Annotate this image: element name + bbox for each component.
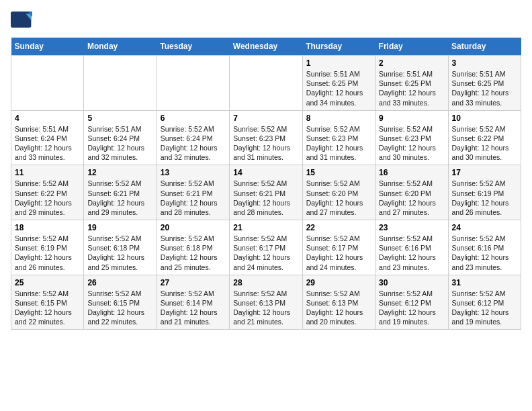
day-info: Sunrise: 5:52 AMSunset: 6:20 PMDaylight:… <box>306 179 371 217</box>
day-info: Sunrise: 5:52 AMSunset: 6:15 PMDaylight:… <box>15 289 80 327</box>
calendar-cell: 24Sunrise: 5:52 AMSunset: 6:16 PMDayligh… <box>448 220 521 275</box>
day-info: Sunrise: 5:51 AMSunset: 6:25 PMDaylight:… <box>306 69 371 107</box>
calendar-cell: 7Sunrise: 5:52 AMSunset: 6:23 PMDaylight… <box>230 110 302 165</box>
day-number: 27 <box>161 278 226 287</box>
day-number: 12 <box>87 168 152 177</box>
calendar-cell <box>11 56 84 111</box>
calendar-table: SundayMondayTuesdayWednesdayThursdayFrid… <box>11 38 521 330</box>
day-number: 15 <box>306 168 371 177</box>
calendar-cell: 11Sunrise: 5:52 AMSunset: 6:22 PMDayligh… <box>11 165 84 220</box>
calendar-cell: 9Sunrise: 5:52 AMSunset: 6:23 PMDaylight… <box>375 110 448 165</box>
calendar-cell: 23Sunrise: 5:52 AMSunset: 6:16 PMDayligh… <box>375 220 448 275</box>
day-number: 9 <box>379 113 444 123</box>
day-info: Sunrise: 5:51 AMSunset: 6:25 PMDaylight:… <box>452 69 517 107</box>
day-info: Sunrise: 5:52 AMSunset: 6:19 PMDaylight:… <box>452 179 517 217</box>
day-number: 23 <box>379 223 444 232</box>
calendar-cell: 17Sunrise: 5:52 AMSunset: 6:19 PMDayligh… <box>448 165 521 220</box>
day-number: 3 <box>452 58 517 68</box>
day-number: 25 <box>15 278 80 287</box>
calendar-cell <box>84 56 157 111</box>
day-number: 19 <box>87 223 152 232</box>
day-number: 28 <box>233 278 298 287</box>
day-number: 16 <box>379 168 444 177</box>
day-number: 21 <box>233 223 298 232</box>
day-info: Sunrise: 5:52 AMSunset: 6:23 PMDaylight:… <box>233 124 298 163</box>
calendar-cell: 15Sunrise: 5:52 AMSunset: 6:20 PMDayligh… <box>302 165 375 220</box>
calendar-header-tuesday: Tuesday <box>157 38 229 56</box>
calendar-header-thursday: Thursday <box>302 38 375 56</box>
day-number: 8 <box>306 113 371 123</box>
calendar-cell: 5Sunrise: 5:51 AMSunset: 6:24 PMDaylight… <box>84 110 157 165</box>
day-number: 20 <box>161 223 226 232</box>
day-info: Sunrise: 5:51 AMSunset: 6:25 PMDaylight:… <box>379 69 444 107</box>
calendar-cell: 27Sunrise: 5:52 AMSunset: 6:14 PMDayligh… <box>157 275 229 330</box>
calendar-cell: 12Sunrise: 5:52 AMSunset: 6:21 PMDayligh… <box>84 165 157 220</box>
day-number: 24 <box>452 223 517 232</box>
day-info: Sunrise: 5:52 AMSunset: 6:18 PMDaylight:… <box>161 234 226 272</box>
calendar-week-5: 25Sunrise: 5:52 AMSunset: 6:15 PMDayligh… <box>11 275 521 330</box>
day-info: Sunrise: 5:52 AMSunset: 6:17 PMDaylight:… <box>233 234 298 272</box>
day-info: Sunrise: 5:51 AMSunset: 6:24 PMDaylight:… <box>15 124 80 163</box>
day-info: Sunrise: 5:52 AMSunset: 6:12 PMDaylight:… <box>379 289 444 327</box>
calendar-cell: 18Sunrise: 5:52 AMSunset: 6:19 PMDayligh… <box>11 220 84 275</box>
day-info: Sunrise: 5:52 AMSunset: 6:12 PMDaylight:… <box>452 289 517 327</box>
day-info: Sunrise: 5:52 AMSunset: 6:22 PMDaylight:… <box>15 179 80 217</box>
calendar-cell: 6Sunrise: 5:52 AMSunset: 6:24 PMDaylight… <box>157 110 229 165</box>
calendar-week-2: 4Sunrise: 5:51 AMSunset: 6:24 PMDaylight… <box>11 110 521 165</box>
calendar-header-friday: Friday <box>375 38 448 56</box>
day-info: Sunrise: 5:52 AMSunset: 6:17 PMDaylight:… <box>306 234 371 272</box>
calendar-cell: 29Sunrise: 5:52 AMSunset: 6:13 PMDayligh… <box>302 275 375 330</box>
calendar-header-sunday: Sunday <box>11 38 84 56</box>
day-number: 11 <box>15 168 80 177</box>
calendar-cell: 13Sunrise: 5:52 AMSunset: 6:21 PMDayligh… <box>157 165 229 220</box>
day-number: 13 <box>161 168 226 177</box>
calendar-cell: 4Sunrise: 5:51 AMSunset: 6:24 PMDaylight… <box>11 110 84 165</box>
day-info: Sunrise: 5:52 AMSunset: 6:23 PMDaylight:… <box>379 124 444 163</box>
calendar-header-row: SundayMondayTuesdayWednesdayThursdayFrid… <box>11 38 521 56</box>
logo <box>11 11 35 30</box>
calendar-header-monday: Monday <box>84 38 157 56</box>
calendar-cell: 28Sunrise: 5:52 AMSunset: 6:13 PMDayligh… <box>230 275 302 330</box>
calendar-cell <box>230 56 302 111</box>
calendar-week-1: 1Sunrise: 5:51 AMSunset: 6:25 PMDaylight… <box>11 56 521 111</box>
day-number: 22 <box>306 223 371 232</box>
day-number: 18 <box>15 223 80 232</box>
calendar-cell: 16Sunrise: 5:52 AMSunset: 6:20 PMDayligh… <box>375 165 448 220</box>
calendar-cell: 2Sunrise: 5:51 AMSunset: 6:25 PMDaylight… <box>375 56 448 111</box>
calendar-cell: 8Sunrise: 5:52 AMSunset: 6:23 PMDaylight… <box>302 110 375 165</box>
day-info: Sunrise: 5:52 AMSunset: 6:21 PMDaylight:… <box>161 179 226 217</box>
calendar-header-wednesday: Wednesday <box>230 38 302 56</box>
day-number: 1 <box>306 58 371 68</box>
day-info: Sunrise: 5:52 AMSunset: 6:21 PMDaylight:… <box>233 179 298 217</box>
day-number: 4 <box>15 113 80 123</box>
day-info: Sunrise: 5:52 AMSunset: 6:16 PMDaylight:… <box>379 234 444 272</box>
calendar-week-4: 18Sunrise: 5:52 AMSunset: 6:19 PMDayligh… <box>11 220 521 275</box>
day-info: Sunrise: 5:52 AMSunset: 6:13 PMDaylight:… <box>233 289 298 327</box>
calendar-cell: 30Sunrise: 5:52 AMSunset: 6:12 PMDayligh… <box>375 275 448 330</box>
day-number: 2 <box>379 58 444 68</box>
day-info: Sunrise: 5:52 AMSunset: 6:14 PMDaylight:… <box>161 289 226 327</box>
calendar-cell: 14Sunrise: 5:52 AMSunset: 6:21 PMDayligh… <box>230 165 302 220</box>
day-info: Sunrise: 5:52 AMSunset: 6:22 PMDaylight:… <box>452 124 517 163</box>
day-info: Sunrise: 5:52 AMSunset: 6:23 PMDaylight:… <box>306 124 371 163</box>
day-info: Sunrise: 5:52 AMSunset: 6:19 PMDaylight:… <box>15 234 80 272</box>
day-number: 14 <box>233 168 298 177</box>
day-info: Sunrise: 5:52 AMSunset: 6:24 PMDaylight:… <box>161 124 226 163</box>
day-number: 5 <box>87 113 152 123</box>
calendar-header-saturday: Saturday <box>448 38 521 56</box>
day-number: 7 <box>233 113 298 123</box>
calendar-cell: 21Sunrise: 5:52 AMSunset: 6:17 PMDayligh… <box>230 220 302 275</box>
calendar-cell: 20Sunrise: 5:52 AMSunset: 6:18 PMDayligh… <box>157 220 229 275</box>
header <box>11 11 521 30</box>
day-number: 17 <box>452 168 517 177</box>
day-info: Sunrise: 5:51 AMSunset: 6:24 PMDaylight:… <box>87 124 152 163</box>
calendar-cell: 10Sunrise: 5:52 AMSunset: 6:22 PMDayligh… <box>448 110 521 165</box>
day-number: 30 <box>379 278 444 287</box>
calendar-cell: 26Sunrise: 5:52 AMSunset: 6:15 PMDayligh… <box>84 275 157 330</box>
calendar-week-3: 11Sunrise: 5:52 AMSunset: 6:22 PMDayligh… <box>11 165 521 220</box>
day-number: 10 <box>452 113 517 123</box>
day-info: Sunrise: 5:52 AMSunset: 6:20 PMDaylight:… <box>379 179 444 217</box>
calendar-cell: 25Sunrise: 5:52 AMSunset: 6:15 PMDayligh… <box>11 275 84 330</box>
day-number: 26 <box>87 278 152 287</box>
calendar-cell: 22Sunrise: 5:52 AMSunset: 6:17 PMDayligh… <box>302 220 375 275</box>
